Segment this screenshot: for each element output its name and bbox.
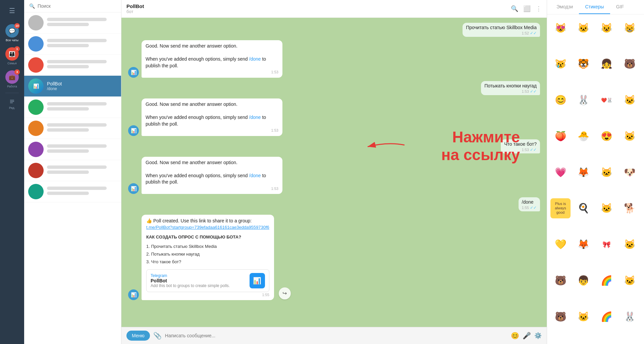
sticker-item[interactable]: 🐰 <box>620 306 640 327</box>
sticker-item[interactable]: 🐱 <box>620 126 640 146</box>
sticker-item[interactable]: 🐻 <box>550 306 571 327</box>
message-text: Good. Now send me another answer option. <box>146 160 237 165</box>
list-item[interactable] <box>24 118 121 139</box>
poll-question: КАК СОЗДАТЬ ОПРОС С ПОМОЩЬЮ БОТА? <box>146 233 269 241</box>
sticker-item[interactable]: 😍 <box>597 126 617 146</box>
message-text: Прочитать статью Skillbox Media <box>466 25 537 30</box>
sticker-item[interactable]: 🍑 <box>550 126 571 146</box>
sticker-item[interactable]: 🌈 <box>597 270 617 290</box>
sticker-item[interactable]: 👧 <box>597 54 617 74</box>
message-row: 📊 👍 Poll created. Use this link to share… <box>128 215 540 300</box>
sticker-item[interactable]: 😊 <box>550 90 571 110</box>
sticker-item[interactable]: 🐶 <box>620 162 640 182</box>
search-header-icon[interactable]: 🔍 <box>511 5 518 12</box>
poll-card[interactable]: Telegram PollBot Add this bot to groups … <box>146 269 269 292</box>
sticker-item[interactable]: 🐰 <box>574 90 594 110</box>
sticker-item[interactable]: 🦊 <box>574 162 594 182</box>
emoji-icon[interactable]: 😊 <box>511 332 519 340</box>
message-time: 1:53 <box>271 70 278 75</box>
list-item[interactable] <box>24 181 121 202</box>
tab-emoji[interactable]: Эмодзи <box>550 0 579 14</box>
done-link[interactable]: /done <box>249 173 261 178</box>
all-chats-icon: 💬 10 <box>5 24 19 38</box>
list-item[interactable] <box>24 55 121 76</box>
list-item[interactable] <box>24 12 121 33</box>
outgoing-bubble: Прочитать статью Skillbox Media 1:52 ✓✓ <box>463 23 540 37</box>
sticker-item[interactable]: 🎀 <box>597 234 617 255</box>
attach-icon[interactable]: 📎 <box>153 332 162 340</box>
message-row: Потыкать кнопки наугад 1:53 ✓✓ <box>128 81 540 95</box>
avatar <box>28 184 44 199</box>
sticker-item[interactable]: 🐱 <box>597 162 617 182</box>
sticker-item[interactable]: 🐱 <box>574 306 594 327</box>
mic-icon[interactable]: 🎤 <box>523 332 531 340</box>
list-item-pollbot[interactable]: 📊 PollBot /done <box>24 76 121 97</box>
poll-option-1: 1. Прочитать статью Skillbox Media <box>146 243 269 250</box>
done-link[interactable]: /done <box>249 115 261 120</box>
hamburger-menu[interactable]: ☰ <box>6 3 18 18</box>
sidebar-nav: ☰ 💬 10 Все чаты 👨‍👩‍👧 1 Семья 💼 3 Работа… <box>0 0 24 344</box>
sticker-item[interactable]: 🐱 <box>597 198 617 218</box>
forward-button[interactable]: ↪ <box>279 287 291 299</box>
message-text2: When you've added enough options, simply… <box>146 56 266 68</box>
sticker-item[interactable]: 🐕 <box>620 198 640 218</box>
sticker-item[interactable]: 🌈 <box>597 306 617 327</box>
incoming-bubble: Good. Now send me another answer option.… <box>142 98 282 136</box>
sticker-item[interactable]: 🦊 <box>574 234 594 255</box>
list-item[interactable] <box>24 139 121 160</box>
chat-header: PollBot бот 🔍 ⬜ ⋮ <box>121 0 547 18</box>
sticker-item-featured[interactable]: Plus is always good <box>550 198 571 218</box>
sticker-item[interactable]: 🐯 <box>574 54 594 74</box>
sticker-item[interactable]: 😺 <box>597 18 617 38</box>
chat-header-status: бот <box>126 9 144 14</box>
bot-avatar: 📊 <box>128 183 139 194</box>
sticker-item[interactable]: 💗 <box>550 162 571 182</box>
sticker-item[interactable]: 🐱 <box>620 234 640 255</box>
more-icon[interactable]: ⋮ <box>536 5 542 12</box>
sticker-item[interactable]: 🐱 <box>620 270 640 290</box>
menu-button[interactable]: Меню <box>126 331 150 341</box>
list-item[interactable] <box>24 33 121 55</box>
sticker-item[interactable]: 🐱 <box>620 90 640 110</box>
message-input[interactable] <box>165 333 507 338</box>
sticker-item[interactable]: 👦 <box>574 270 594 290</box>
message-time: 1:53 <box>522 148 529 152</box>
sidebar-item-all-chats[interactable]: 💬 10 Все чаты <box>0 21 24 45</box>
sticker-item[interactable]: 🐣 <box>574 126 594 146</box>
layout-icon[interactable]: ⬜ <box>523 5 531 12</box>
done-link[interactable]: /done <box>249 56 261 62</box>
sticker-item[interactable]: 💛 <box>550 234 571 255</box>
outgoing-bubble: Потыкать кнопки наугад 1:53 ✓✓ <box>481 81 540 95</box>
sticker-item[interactable]: 🍳 <box>574 198 594 218</box>
sticker-item[interactable]: 😻 <box>550 18 571 38</box>
sticker-item[interactable]: 😸 <box>620 18 640 38</box>
poll-card-desc: Add this bot to groups to create simple … <box>151 283 246 288</box>
work-badge: 3 <box>14 69 20 75</box>
work-label: Работа <box>7 85 17 88</box>
edit-icon <box>9 98 15 106</box>
sticker-item[interactable]: 😿 <box>550 54 571 74</box>
search-input[interactable] <box>38 3 116 9</box>
tab-stickers[interactable]: Стикеры <box>579 0 610 14</box>
tab-gif[interactable]: GIF <box>610 0 630 14</box>
avatar <box>28 163 44 178</box>
message-text: Good. Now send me another answer option. <box>146 43 237 49</box>
sticker-item[interactable]: 🐱 <box>574 18 594 38</box>
sticker-item[interactable]: 🐻 <box>550 270 571 290</box>
settings-icon[interactable]: ⚙️ <box>534 332 542 339</box>
sidebar-item-edit[interactable]: Ред. <box>0 95 24 112</box>
edit-label: Ред. <box>9 106 15 110</box>
sticker-grid: 😻 🐱 😺 😸 😿 🐯 👧 🐻 😊 🐰 ❤️🐰 🐱 🍑 🐣 😍 🐱 💗 🦊 🐱 … <box>547 14 644 344</box>
sticker-item[interactable]: 🐻 <box>620 54 640 74</box>
sidebar-item-work[interactable]: 💼 3 Работа <box>0 68 24 91</box>
list-item[interactable] <box>24 97 121 118</box>
bot-avatar: 📊 <box>128 125 139 136</box>
bot-avatar: 📊 <box>128 67 139 78</box>
avatar <box>28 36 44 52</box>
read-receipt-icon: ✓✓ <box>530 205 537 210</box>
list-item[interactable] <box>24 160 121 181</box>
chat-preview: /done <box>47 86 117 91</box>
sidebar-item-family[interactable]: 👨‍👩‍👧 1 Семья <box>0 45 24 68</box>
sticker-item[interactable]: ❤️🐰 <box>597 90 617 110</box>
poll-share-link[interactable]: t.me/PollBot?startgroup=739efadaa616161c… <box>146 225 269 230</box>
